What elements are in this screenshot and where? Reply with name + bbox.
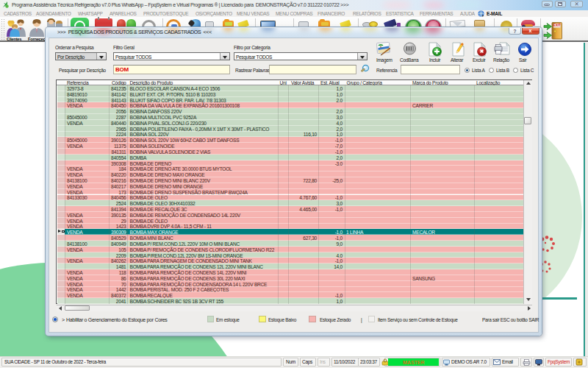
svg-text:EXIT: EXIT xyxy=(553,24,561,27)
